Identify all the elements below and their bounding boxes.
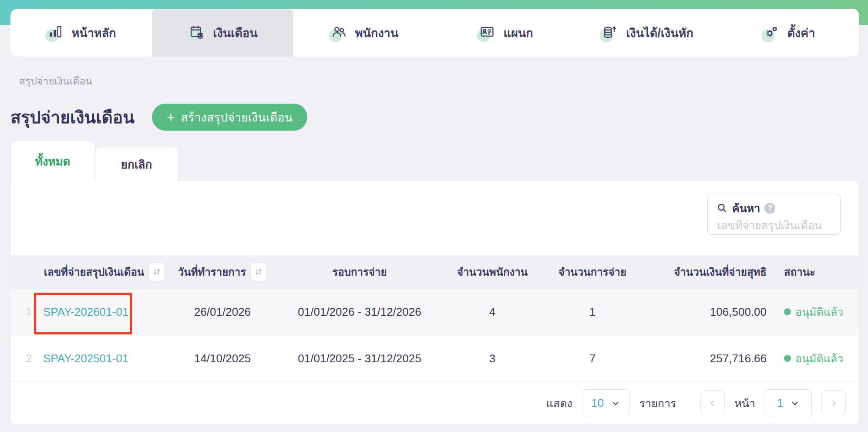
nav-item-label: แผนก (503, 24, 533, 42)
show-label: แสดง (546, 395, 572, 412)
bar-chart-icon (46, 24, 64, 42)
status-badge: อนุมัติแล้ว (784, 350, 859, 367)
nav-item-label: หน้าหลัก (71, 24, 116, 42)
net-amount: 257,716.66 (640, 352, 767, 365)
prev-page-button[interactable] (700, 390, 725, 416)
tab-cancelled[interactable]: ยกเลิก (95, 147, 178, 181)
payment-count: 7 (545, 352, 640, 365)
table-header-row: เลขที่จ่ายสรุปเงินเดือน วันที่ทำรายการ (11, 255, 859, 288)
pay-period: 01/01/2026 - 31/12/2026 (279, 305, 440, 319)
column-header-date: วันที่ทำรายการ (178, 263, 246, 280)
nav-item-label: เงินเดือน (213, 24, 257, 42)
column-header-doc-no: เลขที่จ่ายสรุปเงินเดือน (44, 263, 144, 280)
calendar-coins-icon (188, 24, 206, 42)
transaction-date: 14/10/2025 (166, 352, 279, 365)
transaction-date: 26/01/2026 (166, 305, 279, 319)
table-row: 2 SPAY-202501-01 14/10/2025 01/01/2025 -… (11, 335, 859, 382)
status-label: อนุมัติแล้ว (795, 350, 843, 367)
status-label: อนุมัติแล้ว (795, 303, 843, 321)
page-label: หน้า (734, 395, 755, 412)
net-amount: 106,500.00 (640, 305, 767, 319)
content-panel: ค้นหา ? เลขที่จ่ายสรุปเงินเดือน (10, 181, 859, 425)
status-dot-icon (784, 355, 791, 362)
nav-item-income-deduction[interactable]: เงินได้/เงินหัก (576, 9, 718, 57)
chevron-down-icon (611, 398, 620, 408)
pagination-bar: แสดง 10 รายการ หน้า 1 (11, 382, 859, 424)
employee-count: 3 (440, 352, 545, 365)
people-icon (330, 24, 348, 42)
nav-item-label: ตั้งค่า (787, 24, 815, 42)
title-row: สรุปจ่ายเงินเดือน + สร้างสรุปจ่ายเงินเดื… (10, 104, 307, 131)
chevron-right-icon (828, 398, 839, 408)
plus-icon: + (167, 110, 175, 124)
column-header-net-amount: จำนวนเงินที่จ่ายสุทธิ (640, 263, 767, 280)
row-index: 1 (11, 306, 35, 318)
id-card-icon (478, 24, 496, 42)
search-input[interactable] (717, 219, 833, 232)
page-number: 1 (777, 396, 783, 410)
per-page-select[interactable]: 10 (582, 389, 630, 417)
create-payroll-summary-button[interactable]: + สร้างสรุปจ่ายเงินเดือน (152, 104, 307, 131)
chevron-down-icon (790, 398, 800, 408)
table-row: 1 SPAY-202601-01 26/01/2026 01/01/2026 -… (11, 288, 859, 335)
coins-arrow-icon (601, 24, 619, 42)
payroll-summary-table: เลขที่จ่ายสรุปเงินเดือน วันที่ทำรายการ (11, 255, 859, 382)
doc-no-link[interactable]: SPAY-202501-01 (43, 352, 128, 365)
next-page-button[interactable] (821, 390, 846, 416)
gears-icon (762, 24, 781, 42)
main-nav: หน้าหลัก เงินเดือน (10, 9, 859, 57)
sort-icon[interactable] (148, 262, 165, 281)
column-header-payments: จำนวนการจ่าย (545, 263, 640, 280)
status-badge: อนุมัติแล้ว (784, 303, 859, 321)
chevron-left-icon (707, 398, 718, 408)
items-label: รายการ (639, 395, 676, 412)
column-header-pay-period: รอบการจ่าย (279, 263, 440, 280)
nav-item-employees[interactable]: พนักงาน (293, 9, 435, 57)
row-index: 2 (11, 352, 35, 364)
per-page-value: 10 (591, 396, 604, 410)
search-box[interactable]: ค้นหา ? (707, 194, 841, 235)
tab-all[interactable]: ทั้งหมด (10, 141, 95, 182)
nav-item-home[interactable]: หน้าหลัก (10, 9, 152, 57)
page-title: สรุปจ่ายเงินเดือน (10, 104, 135, 131)
search-label: ค้นหา (732, 199, 760, 217)
nav-item-label: เงินได้/เงินหัก (626, 24, 693, 42)
nav-item-settings[interactable]: ตั้งค่า (718, 9, 859, 57)
breadcrumb: สรุปจ่ายเงินเดือน (19, 73, 92, 89)
sort-icon[interactable] (250, 262, 267, 281)
nav-item-payroll[interactable]: เงินเดือน (152, 9, 293, 57)
create-button-label: สร้างสรุปจ่ายเงินเดือน (181, 108, 293, 127)
column-header-status: สถานะ (767, 263, 859, 280)
payroll-app-screen: หน้าหลัก เงินเดือน (0, 0, 868, 432)
column-header-employees: จำนวนพนักงาน (440, 263, 545, 280)
help-icon[interactable]: ? (764, 203, 775, 214)
nav-item-departments[interactable]: แผนก (435, 9, 576, 57)
page-select[interactable]: 1 (765, 389, 812, 417)
payment-count: 1 (545, 305, 640, 319)
pay-period: 01/01/2025 - 31/12/2025 (279, 352, 440, 365)
search-icon (717, 202, 728, 214)
doc-no-link[interactable]: SPAY-202601-01 (43, 305, 128, 318)
nav-item-label: พนักงาน (355, 24, 398, 42)
employee-count: 4 (440, 305, 545, 319)
status-dot-icon (784, 308, 791, 315)
